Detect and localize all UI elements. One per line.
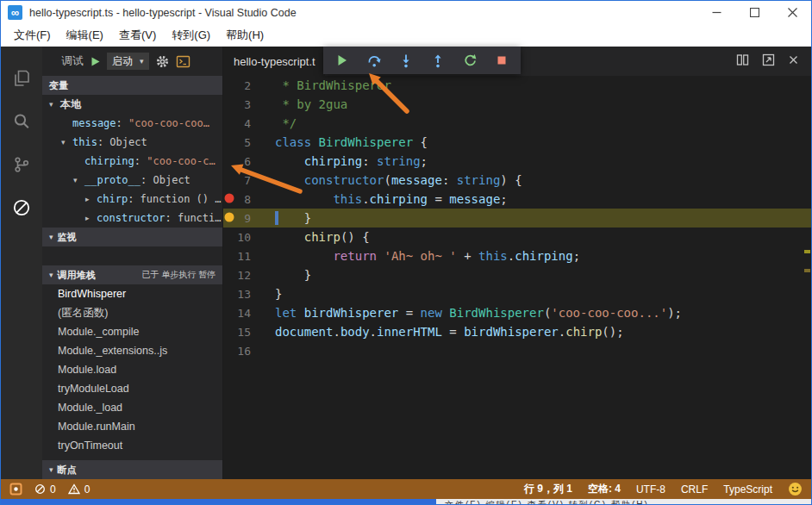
- error-count[interactable]: 0: [34, 483, 56, 496]
- twisty-icon[interactable]: ▾: [49, 100, 60, 109]
- code-line[interactable]: 4 */: [223, 114, 811, 133]
- activity-git[interactable]: [1, 143, 42, 186]
- code-line[interactable]: 10 chirp() {: [223, 228, 811, 246]
- menu-file[interactable]: 文件(F): [6, 28, 59, 43]
- line-number[interactable]: 16: [223, 345, 261, 358]
- callstack-frame[interactable]: Module.runMain: [42, 417, 222, 436]
- language-mode[interactable]: TypeScript: [723, 483, 772, 496]
- line-number[interactable]: 4: [223, 117, 261, 130]
- line-number[interactable]: 7: [223, 174, 261, 187]
- feedback-smiley-button[interactable]: [788, 482, 803, 496]
- eol-setting[interactable]: CRLF: [681, 483, 708, 496]
- line-number[interactable]: 13: [223, 288, 261, 301]
- line-number[interactable]: 14: [223, 307, 261, 320]
- callstack-frame[interactable]: (匿名函数): [42, 303, 222, 322]
- code-line[interactable]: 7 constructor(message: string) {: [223, 171, 811, 190]
- line-number[interactable]: 9: [223, 212, 261, 225]
- close-editor-button[interactable]: [788, 53, 799, 69]
- code-line[interactable]: 3 * by 2gua: [223, 95, 811, 114]
- step-over-button[interactable]: [365, 52, 383, 69]
- open-preview-button[interactable]: [762, 53, 775, 70]
- variable-row[interactable]: ▾this: Object: [42, 133, 222, 152]
- menu-help[interactable]: 帮助(H): [218, 28, 272, 43]
- variable-row[interactable]: ▸chirp: function () …: [42, 190, 222, 209]
- code-line[interactable]: 12 }: [223, 265, 811, 284]
- minimize-button[interactable]: [697, 1, 735, 24]
- vscode-logo-icon: ∞: [8, 5, 22, 20]
- smiley-icon: [788, 482, 803, 496]
- activity-explorer[interactable]: [1, 57, 42, 100]
- code-line[interactable]: 15document.body.innerHTML = birdWhispere…: [223, 322, 811, 341]
- line-number[interactable]: 11: [223, 250, 261, 263]
- continue-button[interactable]: [334, 52, 351, 69]
- tab-hello-typescript[interactable]: hello-typescript.t: [223, 47, 325, 76]
- maximize-button[interactable]: [735, 1, 773, 24]
- variables-section-header[interactable]: 变量: [42, 76, 222, 95]
- split-editor-button[interactable]: [736, 53, 749, 70]
- menu-view[interactable]: 查看(V): [111, 28, 164, 43]
- callstack-section-header[interactable]: ▾ 调用堆栈 已于 单步执行 暂停: [42, 265, 222, 284]
- twisty-icon[interactable]: ▾: [73, 176, 84, 184]
- callstack-frame[interactable]: Module._compile: [42, 322, 222, 341]
- twisty-icon[interactable]: ▾: [61, 138, 72, 147]
- watch-section-header[interactable]: ▾ 监视: [42, 228, 222, 246]
- callstack-frame[interactable]: Module.load: [42, 360, 222, 379]
- code-line[interactable]: 2 * BirdWhisperer: [223, 76, 811, 95]
- callstack-frame[interactable]: BirdWhisperer: [42, 284, 222, 303]
- step-into-button[interactable]: [397, 52, 415, 69]
- code-line[interactable]: 13}: [223, 284, 811, 303]
- line-number[interactable]: 6: [223, 155, 261, 168]
- line-number[interactable]: 12: [223, 269, 261, 282]
- encoding-setting[interactable]: UTF-8: [636, 483, 665, 496]
- menu-edit[interactable]: 编辑(E): [59, 28, 111, 43]
- restart-button[interactable]: [461, 52, 478, 69]
- breakpoints-section-header[interactable]: ▾ 断点: [42, 460, 222, 479]
- variable-row[interactable]: ▾本地: [42, 95, 222, 114]
- twisty-icon[interactable]: ▸: [85, 195, 97, 203]
- code-line[interactable]: 6 chirping: string;: [223, 152, 811, 171]
- code-line[interactable]: 14let birdWhisperer = new BirdWhisperer(…: [223, 303, 811, 322]
- code-line[interactable]: 16: [223, 341, 811, 360]
- line-number[interactable]: 10: [223, 231, 261, 244]
- code-line[interactable]: 9 }: [223, 209, 811, 228]
- statusbar-icon[interactable]: [9, 483, 22, 496]
- close-button[interactable]: [773, 1, 811, 24]
- variable-row[interactable]: ▸constructor: functi…: [42, 209, 222, 228]
- code-line[interactable]: 11 return 'Ah~ oh~ ' + this.chirping;: [223, 246, 811, 265]
- variable-row[interactable]: chirping: "coo-coo-c…: [42, 152, 222, 171]
- activity-search[interactable]: [1, 100, 42, 143]
- overview-ruler[interactable]: [803, 105, 811, 479]
- warning-count[interactable]: 0: [68, 483, 91, 496]
- code-line[interactable]: 5class BirdWhisperer {: [223, 133, 811, 152]
- line-number[interactable]: 2: [223, 79, 261, 92]
- code-area[interactable]: 2 * BirdWhisperer3 * by 2gua4 */5class B…: [223, 76, 811, 479]
- activity-debug[interactable]: [1, 186, 42, 229]
- callstack-frame[interactable]: tryOnTimeout: [42, 436, 222, 455]
- configure-launch-button[interactable]: [155, 54, 170, 69]
- menu-goto[interactable]: 转到(G): [164, 28, 218, 43]
- menu-bar: 文件(F) 编辑(E) 查看(V) 转到(G) 帮助(H): [1, 24, 811, 47]
- code-text: chirping: string;: [261, 154, 428, 168]
- token: document: [275, 325, 333, 339]
- cursor-position[interactable]: 行 9，列 1: [524, 482, 572, 496]
- line-number[interactable]: 15: [223, 326, 261, 339]
- line-number[interactable]: 5: [223, 136, 261, 149]
- token: =: [428, 192, 449, 206]
- callstack-frame[interactable]: tryModuleLoad: [42, 379, 222, 398]
- step-out-button[interactable]: [429, 52, 447, 69]
- stop-button[interactable]: [493, 52, 510, 69]
- callstack-frame[interactable]: Module._load: [42, 398, 222, 417]
- warning-icon: [68, 483, 80, 495]
- twisty-icon[interactable]: ▸: [85, 214, 97, 222]
- callstack-frame[interactable]: Module._extensions..js: [42, 341, 222, 360]
- variable-row[interactable]: ▾__proto__: Object: [42, 171, 222, 190]
- line-number[interactable]: 3: [223, 98, 261, 111]
- variable-row[interactable]: message: "coo-coo-coo…: [42, 114, 222, 133]
- indentation-setting[interactable]: 空格: 4: [588, 482, 621, 496]
- start-debug-button[interactable]: [90, 56, 101, 67]
- line-number[interactable]: 8: [223, 193, 261, 206]
- launch-config-dropdown[interactable]: 启动 ▾: [107, 53, 149, 70]
- code-line[interactable]: 8 this.chirping = message;: [223, 190, 811, 209]
- debug-console-button[interactable]: [176, 55, 191, 68]
- variable-value: Object: [109, 136, 147, 148]
